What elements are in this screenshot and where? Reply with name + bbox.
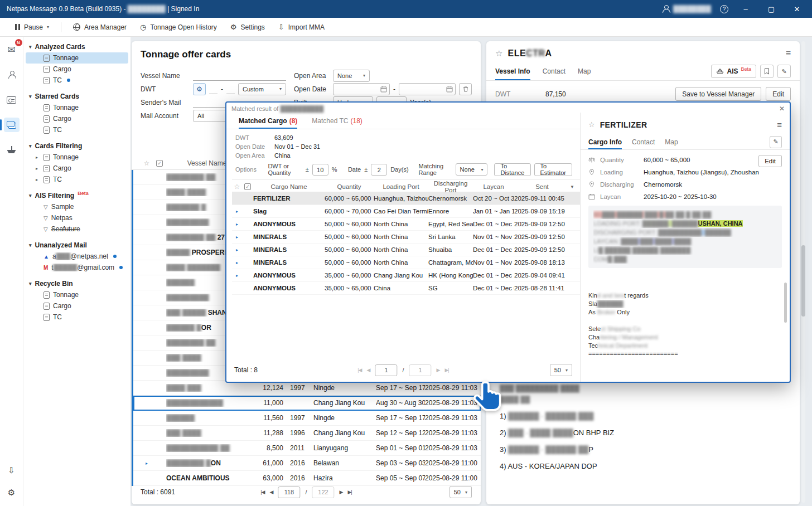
first-page-icon[interactable]: |◀ xyxy=(260,489,264,495)
save-card-button[interactable] xyxy=(760,65,774,78)
sidebar-group-header-unanalyzed-mail[interactable]: ▾Unanalyzed Mail xyxy=(26,240,128,251)
sidebar-item-tonnage[interactable]: Tonnage xyxy=(26,289,128,300)
nav-cards-button[interactable] xyxy=(4,118,20,132)
cargo-name-header[interactable]: Cargo Name xyxy=(253,183,325,190)
sidebar-group-header-recycle-bin[interactable]: ▾Recycle Bin xyxy=(26,278,128,289)
tab-vessel-info[interactable]: Vessel Info xyxy=(495,62,530,80)
sidebar-group-header-analyzed-cards[interactable]: ▾Analyzed Cards xyxy=(26,41,128,52)
last-page-icon[interactable]: ▶| xyxy=(347,489,351,495)
checkbox-column-icon[interactable]: ✓ xyxy=(156,160,163,167)
matching-range-select[interactable]: None ▾ xyxy=(456,163,488,176)
maximize-button[interactable]: ▢ xyxy=(763,5,780,13)
table-row[interactable]: ████ ███12,1241997NingdeSep 17 ~ Sep 172… xyxy=(133,381,481,396)
open-area-select[interactable]: None ▾ xyxy=(333,70,370,82)
area-manager-button[interactable]: Area Manager xyxy=(67,21,133,34)
to-distance-button[interactable]: To Distance xyxy=(494,163,530,176)
detail-scrollbar-thumb[interactable] xyxy=(784,283,787,323)
nav-card-viewer-button[interactable] xyxy=(4,93,20,107)
sidebar-item-netpas[interactable]: ▽Netpas xyxy=(26,212,128,223)
table-row[interactable]: ▸████████ █ON61,0002016BelawanSep 03 ~ S… xyxy=(133,456,481,471)
hamburger-menu-icon[interactable]: ≡ xyxy=(786,48,791,59)
edit-vessel-icon-button[interactable]: ✎ xyxy=(777,65,791,78)
hamburger-menu-icon[interactable]: ≡ xyxy=(777,120,782,129)
current-page-input[interactable]: 118 xyxy=(278,486,300,498)
next-page-icon[interactable]: ▶ xyxy=(340,489,343,495)
sidebar-item-netpas-account[interactable]: ▲a███@netpas.net xyxy=(26,251,128,262)
window-scrollbar[interactable] xyxy=(801,41,805,503)
modal-page-size-select[interactable]: 50 ▾ xyxy=(550,364,572,376)
sidebar-item-cargo[interactable]: ▸Cargo xyxy=(26,163,128,174)
scrollbar-thumb[interactable] xyxy=(801,245,805,317)
first-page-icon[interactable]: |◀ xyxy=(357,367,361,373)
quantity-header[interactable]: Quantity xyxy=(325,183,374,190)
dwt-tolerance-input[interactable]: 10 xyxy=(312,164,328,176)
app-settings-button[interactable]: ⚙ xyxy=(4,485,20,499)
checkbox-column-icon[interactable]: ✓ xyxy=(244,183,251,190)
laycan-header[interactable]: Laycan xyxy=(473,183,514,190)
clear-dates-button[interactable] xyxy=(459,83,472,95)
sidebar-item-tc[interactable]: ▸TC xyxy=(26,174,128,185)
table-row[interactable]: OCEAN AMBITIOUS63,0002016HaziraSep 05 ~ … xyxy=(133,471,481,486)
tonnage-open-history-button[interactable]: ◷ Tonnage Open History xyxy=(134,21,223,34)
tab-cargo-map[interactable]: Map xyxy=(665,134,678,149)
sent-header[interactable]: Sent xyxy=(514,183,570,190)
ais-button[interactable]: AIS Beta xyxy=(711,65,756,78)
sidebar-item-tc[interactable]: TC xyxy=(26,75,128,86)
cargo-star-icon[interactable]: ☆ xyxy=(588,120,595,129)
edit-cargo-button[interactable]: Edit xyxy=(758,155,782,167)
settings-button[interactable]: ⚙ Settings xyxy=(224,21,271,34)
page-size-select[interactable]: 50 ▾ xyxy=(450,486,472,498)
table-row[interactable]: ███ ████11,2881996Chang Jiang KouSep 12 … xyxy=(133,426,481,441)
sidebar-item-tonnage[interactable]: ▸Tonnage xyxy=(26,152,128,163)
matched-cargo-row[interactable]: ANONYMOUS35,000 ~ 65,000ChinaSGDec 01 ~ … xyxy=(232,282,580,295)
sidebar-item-tc[interactable]: TC xyxy=(26,124,128,135)
dwt-min-input[interactable] xyxy=(209,84,218,94)
matched-cargo-row[interactable]: ▸MINERALS50,000 ~ 60,000North ChinaShuai… xyxy=(232,244,580,256)
sidebar-item-tonnage[interactable]: Tonnage xyxy=(26,102,128,113)
last-page-icon[interactable]: ▶| xyxy=(444,367,448,373)
tab-cargo-info[interactable]: Cargo Info xyxy=(588,134,622,149)
sidebar-item-cargo[interactable]: Cargo xyxy=(26,64,128,75)
minimize-button[interactable]: – xyxy=(737,5,754,13)
matched-cargo-row[interactable]: FERTILIZER60,000 ~ 65,000Huanghua, Taizh… xyxy=(232,192,580,205)
dwt-preset-select[interactable]: Custom ▾ xyxy=(238,83,286,95)
pause-button[interactable]: Pause ▾ xyxy=(9,21,55,34)
account-menu[interactable]: ████████ xyxy=(662,5,711,13)
dwt-max-input[interactable] xyxy=(226,84,235,94)
column-options-icon[interactable]: ▼ xyxy=(570,184,578,189)
sidebar-item-tonnage[interactable]: Tonnage xyxy=(26,52,128,64)
sidebar-item-seafuture[interactable]: ▽Seafuture xyxy=(26,223,128,235)
sidebar-item-cargo[interactable]: Cargo xyxy=(26,113,128,124)
sidebar-group-header-starred-cards[interactable]: ▾Starred Cards xyxy=(26,91,128,102)
save-to-vessel-manager-button[interactable]: Save to Vessel Manager xyxy=(675,87,761,101)
star-column-icon[interactable]: ☆ xyxy=(141,159,153,167)
matched-cargo-row[interactable]: ▸ANONYMOUS50,000 ~ 60,000North ChinaEgyp… xyxy=(232,218,580,231)
sidebar-group-header-ais-filtering[interactable]: ▾AIS FilteringBeta xyxy=(26,190,128,201)
next-page-icon[interactable]: ▶ xyxy=(437,367,440,373)
vessel-name-input[interactable] xyxy=(193,70,286,81)
matched-cargo-row[interactable]: ▸MINERALS50,000 ~ 60,000North ChinaChatt… xyxy=(232,256,580,269)
matched-cargo-row[interactable]: ▸Slag60,000 ~ 70,000Cao Fei Dian Termi..… xyxy=(232,205,580,218)
help-button[interactable]: ? xyxy=(720,5,728,13)
dwt-settings-button[interactable]: ⚙ xyxy=(193,83,206,95)
nav-mail-button[interactable]: ✉ N xyxy=(4,42,20,57)
prev-page-icon[interactable]: ◀ xyxy=(367,367,370,373)
table-row[interactable]: ██████11,5601997NingdeSep 17 ~ Sep 17202… xyxy=(133,411,481,426)
sidebar-item-gmail-account[interactable]: Mt█████@gmail.com xyxy=(26,262,128,273)
prev-page-icon[interactable]: ◀ xyxy=(270,489,273,495)
favorite-star-icon[interactable]: ☆ xyxy=(495,48,502,59)
table-row[interactable]: ███████████ ██8,5002011LianyugangSep 01 … xyxy=(133,441,481,456)
tab-matched-cargo[interactable]: Matched Cargo (8) xyxy=(239,113,297,129)
loading-port-header[interactable]: Loading Port xyxy=(374,183,428,190)
app-download-button[interactable]: ⇩ xyxy=(4,463,20,477)
tab-matched-tc[interactable]: Matched TC (18) xyxy=(312,113,362,129)
discharging-port-header[interactable]: Discharging Port xyxy=(428,180,473,193)
open-date-from-input[interactable] xyxy=(333,83,390,95)
sidebar-item-tc[interactable]: TC xyxy=(26,312,128,323)
tab-vessel-map[interactable]: Map xyxy=(578,62,591,80)
nav-contacts-button[interactable] xyxy=(4,67,20,82)
import-mma-button[interactable]: ⇩ Import MMA xyxy=(272,21,331,34)
star-column-icon[interactable]: ☆ xyxy=(232,183,242,191)
sidebar-item-cargo[interactable]: Cargo xyxy=(26,300,128,312)
to-estimator-button[interactable]: To Estimator xyxy=(534,163,572,176)
